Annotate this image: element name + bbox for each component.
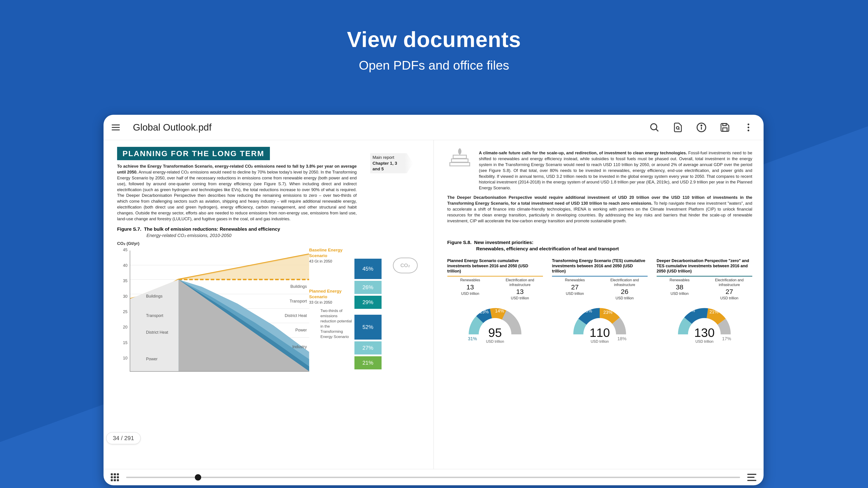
- investment-icon: [447, 147, 472, 167]
- document-viewport[interactable]: PLANNING FOR THE LONG TERM Main reportCh…: [103, 140, 764, 469]
- svg-line-3: [679, 129, 680, 129]
- page-left: PLANNING FOR THE LONG TERM Main reportCh…: [103, 140, 434, 469]
- right-body-text-1: A climate-safe future calls for the scal…: [479, 150, 752, 191]
- svg-rect-13: [452, 159, 468, 162]
- outline-icon[interactable]: [747, 473, 756, 482]
- svg-line-1: [656, 129, 658, 131]
- hero-title: View documents: [0, 27, 868, 52]
- left-body-text: To achieve the Energy Transformation Sce…: [117, 163, 357, 222]
- chart-ylabel: CO₂ (Gt/yr): [117, 241, 422, 246]
- search-icon[interactable]: [649, 122, 660, 133]
- figure-s7-chart: 454035 302520 1510: [117, 248, 422, 376]
- svg-point-10: [747, 127, 749, 128]
- donut-tes: 25% 23% 18% 110USD trillion: [568, 303, 631, 348]
- right-body-text-2: The Deeper Decarbonisation Perspective w…: [447, 195, 752, 224]
- menu-icon[interactable]: [110, 122, 121, 133]
- page-indicator: 34 / 291: [106, 432, 141, 444]
- document-title: Global Outlook.pdf: [133, 122, 212, 133]
- donut-row: Planned Energy Scenario cumulative inves…: [447, 258, 752, 348]
- svg-rect-14: [453, 155, 466, 159]
- figure-s7-subtitle: Energy-related CO₂ emissions, 2010-2050: [147, 233, 422, 238]
- hero-subtitle: Open PDFs and office files: [0, 58, 868, 72]
- scrubber-knob[interactable]: [195, 474, 201, 481]
- hero: View documents Open PDFs and office file…: [0, 0, 868, 72]
- reduction-bars: 45% 26% 29% 52% 27% 21%: [354, 259, 381, 371]
- svg-point-9: [747, 123, 749, 125]
- svg-rect-12: [450, 163, 469, 166]
- figure-s7-title: Figure S.7. The bulk of emission reducti…: [117, 226, 422, 232]
- toolbar: Global Outlook.pdf: [103, 115, 764, 140]
- svg-rect-8: [723, 128, 727, 131]
- page-scrubber[interactable]: [126, 477, 740, 478]
- donut-ddp: 29% 21% 17% 130USD trillion: [673, 303, 736, 348]
- figure-s8-title: Figure S.8. New investment priorities:: [447, 240, 752, 245]
- overflow-icon[interactable]: [743, 122, 754, 133]
- svg-rect-7: [723, 123, 726, 126]
- donut-pes: 31% 13% 14% 95USD trillion: [463, 303, 527, 348]
- thumbnail-grid-icon[interactable]: [111, 473, 119, 482]
- save-icon[interactable]: [719, 122, 731, 133]
- chapter-tag: Main reportChapter 1, 3 and 5: [370, 153, 413, 173]
- find-in-page-icon[interactable]: [672, 122, 684, 133]
- info-icon[interactable]: [696, 122, 707, 133]
- svg-point-6: [701, 125, 702, 126]
- figure-s8-subtitle: Renewables, efficiency and electrificati…: [476, 246, 752, 252]
- app-window: Global Outlook.pdf PLANNING FOR THE LONG…: [103, 115, 764, 485]
- page-right: A climate-safe future calls for the scal…: [434, 140, 764, 469]
- svg-point-0: [651, 124, 657, 130]
- section-banner: PLANNING FOR THE LONG TERM: [117, 147, 270, 160]
- bottom-bar: [103, 469, 764, 485]
- svg-point-11: [747, 129, 749, 131]
